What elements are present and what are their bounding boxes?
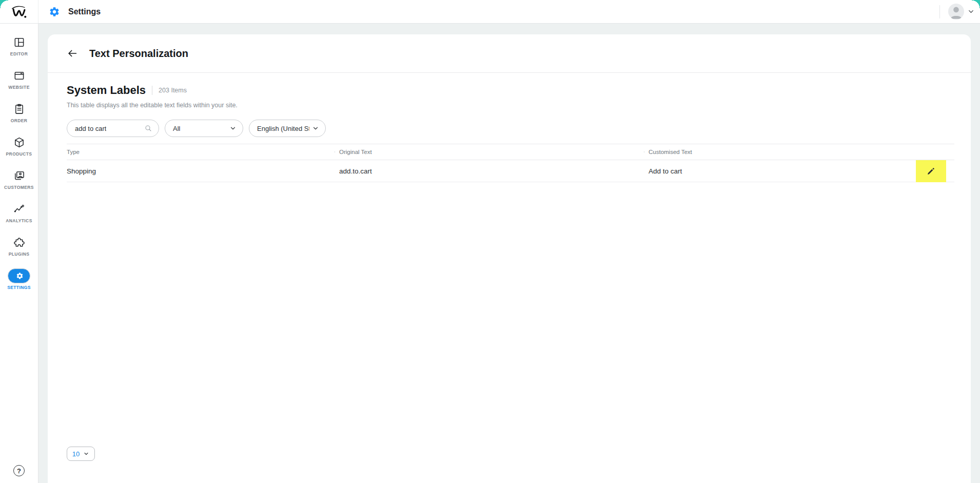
settings-gear-icon xyxy=(49,6,60,17)
topbar-title: Settings xyxy=(68,7,101,16)
settings-icon xyxy=(16,272,24,280)
cell-customised-text: Add to cart xyxy=(644,167,922,175)
language-filter-dropdown[interactable]: English (United States) xyxy=(249,120,326,137)
items-count: 203 Items xyxy=(159,87,187,94)
chevron-down-icon[interactable] xyxy=(967,8,975,15)
sidebar-item-settings[interactable]: SETTINGS xyxy=(0,262,38,296)
corner-accent-right xyxy=(972,0,980,8)
sidebar-item-label: CUSTOMERS xyxy=(4,185,34,190)
table-row: Shopping add.to.cart Add to cart xyxy=(67,160,954,182)
column-header-original-text: Original Text xyxy=(335,149,644,155)
section-description: This table displays all the editable tex… xyxy=(67,102,954,109)
section-title: System Labels xyxy=(67,84,146,97)
search-input[interactable]: add to cart xyxy=(67,120,159,137)
corner-accent-left xyxy=(0,0,8,8)
back-button[interactable] xyxy=(67,48,78,59)
products-icon xyxy=(13,137,25,148)
order-icon xyxy=(13,103,25,115)
sidebar-item-label: ORDER xyxy=(11,118,28,123)
system-labels-table: Type Original Text Customised Text Shopp… xyxy=(67,144,954,182)
chevron-down-icon xyxy=(312,125,319,132)
search-value: add to cart xyxy=(75,125,106,132)
cell-original-text: add.to.cart xyxy=(335,167,644,175)
column-header-type: Type xyxy=(67,149,335,155)
help-glyph: ? xyxy=(17,467,21,475)
sidebar-item-label: PLUGINS xyxy=(9,252,30,257)
filter-bar: add to cart All English (United States) xyxy=(67,120,954,137)
type-filter-dropdown[interactable]: All xyxy=(165,120,243,137)
sidebar-item-plugins[interactable]: PLUGINS xyxy=(0,229,38,262)
topbar: Settings xyxy=(0,0,980,24)
table-header: Type Original Text Customised Text xyxy=(67,144,954,160)
page-size-dropdown[interactable]: 10 xyxy=(67,447,95,461)
type-filter-value: All xyxy=(173,125,180,132)
customers-icon xyxy=(13,170,25,182)
main-panel: Text Personalization System Labels 203 I… xyxy=(48,34,971,483)
sidebar-item-customers[interactable]: CUSTOMERS xyxy=(0,162,38,196)
sidebar-item-order[interactable]: ORDER xyxy=(0,95,38,129)
page-title: Text Personalization xyxy=(89,48,188,60)
pencil-icon xyxy=(927,167,935,176)
language-filter-value: English (United States) xyxy=(257,125,309,132)
edit-button[interactable] xyxy=(916,160,946,182)
chevron-down-icon xyxy=(229,125,237,132)
sidebar-item-editor[interactable]: EDITOR xyxy=(0,29,38,62)
sidebar-item-products[interactable]: PRODUCTS xyxy=(0,129,38,162)
user-avatar[interactable] xyxy=(948,4,964,20)
editor-icon xyxy=(13,36,25,48)
sidebar-item-label: EDITOR xyxy=(10,51,28,56)
website-icon xyxy=(13,70,25,82)
cell-type: Shopping xyxy=(67,167,335,175)
sidebar-item-label: WEBSITE xyxy=(8,85,30,90)
w-logo-icon xyxy=(10,4,28,20)
plugins-icon xyxy=(13,237,25,248)
sidebar-item-label: ANALYTICS xyxy=(6,218,32,223)
person-icon xyxy=(948,4,964,20)
analytics-icon xyxy=(13,203,25,215)
sidebar-item-analytics[interactable]: ANALYTICS xyxy=(0,196,38,229)
sidebar: EDITOR WEBSITE ORDER PRODUCTS CUSTOMERS xyxy=(0,24,38,483)
sidebar-item-label: PRODUCTS xyxy=(6,151,32,157)
count-separator xyxy=(152,86,152,95)
column-header-customised-text: Customised Text xyxy=(644,149,922,155)
page-header: Text Personalization xyxy=(48,34,971,73)
active-pill xyxy=(8,268,30,283)
help-icon[interactable]: ? xyxy=(13,465,25,476)
arrow-left-icon xyxy=(67,48,78,59)
sidebar-item-website[interactable]: WEBSITE xyxy=(0,62,38,95)
page-size-value: 10 xyxy=(72,450,80,458)
search-icon xyxy=(144,124,152,132)
chevron-down-icon xyxy=(83,451,89,457)
sidebar-item-label: SETTINGS xyxy=(7,285,31,290)
topbar-divider xyxy=(939,5,940,18)
